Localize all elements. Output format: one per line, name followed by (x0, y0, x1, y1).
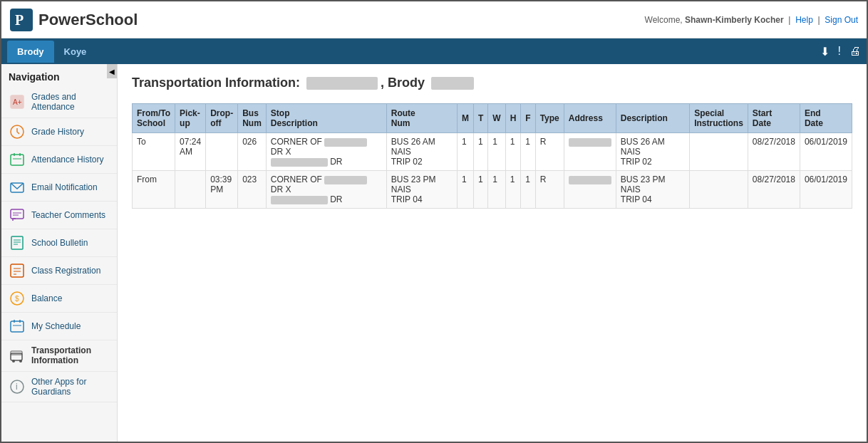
email-notification-icon (9, 179, 26, 196)
cell-m-2: 1 (457, 171, 473, 209)
cell-startdate-1: 08/27/2018 (748, 133, 800, 171)
col-m: M (457, 104, 473, 133)
svg-rect-23 (11, 321, 24, 332)
svg-rect-13 (11, 236, 23, 249)
col-h: H (505, 104, 521, 133)
col-stop-desc: StopDescription (266, 104, 386, 133)
sidebar-item-balance-label: Balance (31, 293, 62, 303)
sidebar-item-school-bulletin[interactable]: School Bulletin (1, 229, 117, 257)
cell-from-to-1: To (133, 133, 175, 171)
user-name: Shawn-Kimberly Kocher (685, 15, 784, 25)
student-first-name: Brody (388, 75, 425, 90)
balance-icon: $ (9, 290, 26, 307)
grades-attendance-icon: A+ (9, 93, 26, 110)
school-bulletin-icon (9, 234, 26, 251)
sidebar-item-my-schedule[interactable]: My Schedule (1, 313, 117, 340)
cell-h-2: 1 (505, 171, 521, 209)
app-title: PowerSchool (38, 11, 138, 29)
cell-from-to-2: From (133, 171, 175, 209)
cell-stop-desc-2: CORNER OF DR X DR (266, 171, 386, 209)
col-routenum: RouteNum (386, 104, 457, 133)
svg-rect-17 (11, 264, 24, 277)
sidebar-item-email-notification[interactable]: Email Notification (1, 174, 117, 202)
cell-startdate-2: 08/27/2018 (748, 171, 800, 209)
col-f: F (521, 104, 535, 133)
cell-pickup-1: 07:24AM (175, 133, 206, 171)
sidebar-item-other-apps[interactable]: i Other Apps for Guardians (1, 372, 117, 403)
svg-rect-5 (11, 155, 24, 165)
transportation-icon (9, 347, 26, 364)
cell-routenum-1: BUS 26 AM NAISTRIP 02 (386, 133, 457, 171)
cell-busnum-1: 026 (238, 133, 267, 171)
col-start-date: StartDate (748, 104, 800, 133)
logo-area: P PowerSchool (10, 9, 138, 31)
student-id-redacted (431, 77, 474, 90)
signout-link[interactable]: Sign Out (825, 15, 858, 25)
page-title-prefix: Transportation Information: (132, 75, 300, 90)
other-apps-icon: i (9, 378, 26, 395)
tab-brody[interactable]: Brody (7, 41, 54, 63)
col-special-instructions: SpecialInstructions (690, 104, 748, 133)
cell-description-2: BUS 23 PM NAISTRIP 04 (616, 171, 689, 209)
sidebar-item-grades-attendance-label: Grades and Attendance (31, 92, 110, 113)
col-dropoff: Drop-off (206, 104, 238, 133)
sidebar-item-class-registration[interactable]: Class Registration (1, 257, 117, 285)
col-type: Type (535, 104, 564, 133)
sidebar-item-balance[interactable]: $ Balance (1, 285, 117, 313)
cell-dropoff-1 (206, 133, 238, 171)
svg-text:P: P (15, 12, 24, 28)
sidebar-toggle[interactable]: ◀ (107, 64, 117, 78)
sidebar-item-teacher-comments[interactable]: Teacher Comments (1, 202, 117, 229)
alert-icon[interactable]: ! (838, 45, 841, 58)
sidebar-item-transportation[interactable]: Transportation Information (1, 340, 117, 372)
sidebar-item-transportation-label: Transportation Information (31, 345, 110, 366)
sidebar-item-class-registration-label: Class Registration (31, 266, 100, 276)
grade-history-icon (9, 123, 26, 140)
cell-description-1: BUS 26 AM NAISTRIP 02 (616, 133, 689, 171)
powerschool-logo-icon: P (10, 9, 33, 31)
cell-address-1 (564, 133, 616, 171)
my-schedule-icon (9, 318, 26, 335)
cell-w-1: 1 (488, 133, 505, 171)
main-layout: ◀ Navigation A+ Grades and Attendance Gr… (1, 64, 867, 443)
class-registration-icon (9, 262, 26, 279)
top-header: P PowerSchool Welcome, Shawn-Kimberly Ko… (1, 1, 867, 38)
sidebar-item-attendance-history[interactable]: Attendance History (1, 146, 117, 174)
svg-point-30 (19, 360, 22, 363)
svg-text:A+: A+ (13, 98, 22, 106)
cell-type-1: R (535, 133, 564, 171)
svg-text:i: i (16, 382, 18, 392)
print-icon[interactable]: 🖨 (849, 45, 861, 58)
teacher-comments-icon (9, 207, 26, 224)
tab-bar: Brody Koye ⬇ ! 🖨 (1, 38, 867, 64)
cell-w-2: 1 (488, 171, 505, 209)
cell-f-2: 1 (521, 171, 535, 209)
download-icon[interactable]: ⬇ (820, 45, 830, 58)
col-pickup: Pick-up (175, 104, 206, 133)
help-link[interactable]: Help (795, 15, 813, 25)
cell-dropoff-2: 03:39PM (206, 171, 238, 209)
page-title: Transportation Information: , Brody (132, 75, 852, 90)
col-from-to: From/ToSchool (133, 104, 175, 133)
tab-icon-group: ⬇ ! 🖨 (820, 45, 861, 58)
sidebar-item-grade-history-label: Grade History (31, 127, 84, 137)
table-row: To 07:24AM 026 CORNER OF DR X DR BUS 26 … (133, 133, 852, 171)
cell-enddate-1: 06/01/2019 (800, 133, 852, 171)
sidebar-item-grades-attendance[interactable]: A+ Grades and Attendance (1, 87, 117, 118)
cell-special-2 (690, 171, 748, 209)
col-t: T (473, 104, 487, 133)
col-description: Description (616, 104, 689, 133)
cell-enddate-2: 06/01/2019 (800, 171, 852, 209)
sidebar-item-attendance-history-label: Attendance History (31, 155, 103, 165)
svg-rect-10 (11, 209, 24, 219)
col-address: Address (564, 104, 616, 133)
cell-routenum-2: BUS 23 PM NAISTRIP 04 (386, 171, 457, 209)
transportation-table: From/ToSchool Pick-up Drop-off BusNum St… (132, 103, 852, 209)
sidebar-item-other-apps-label: Other Apps for Guardians (31, 377, 110, 397)
svg-point-29 (12, 360, 15, 363)
sidebar-item-grade-history[interactable]: Grade History (1, 118, 117, 146)
cell-special-1 (690, 133, 748, 171)
col-busnum: BusNum (238, 104, 267, 133)
sidebar-item-school-bulletin-label: School Bulletin (31, 238, 88, 248)
tab-koye[interactable]: Koye (54, 41, 97, 63)
